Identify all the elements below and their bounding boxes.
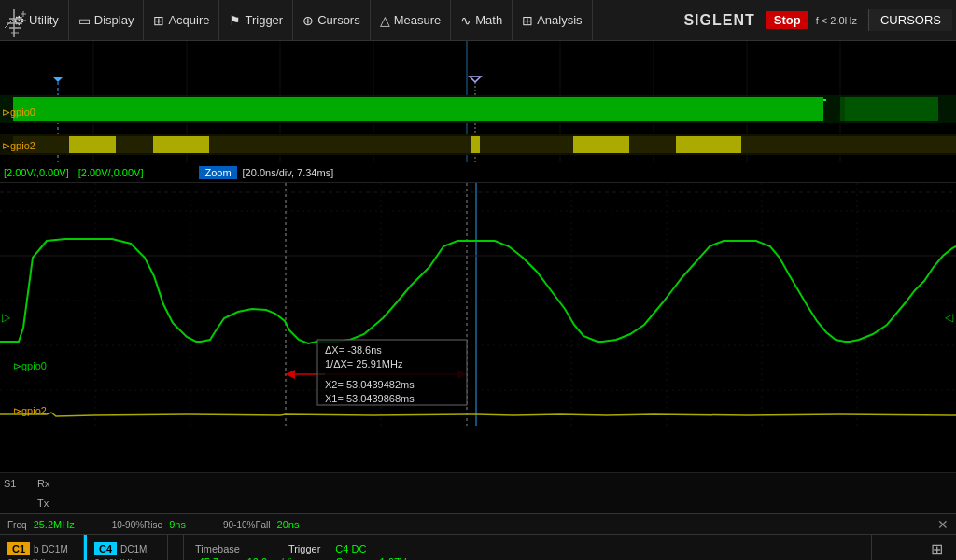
svg-text:◁: ◁ [945,311,954,324]
serial-s1-label: S1 [4,478,37,489]
serial-area: S1 Rx Tx [0,472,956,513]
fall-value: 20ns [277,519,300,530]
trigger-label: Trigger [288,543,320,554]
menu-analysis[interactable]: ⊞ Analysis [513,0,592,40]
analysis-icon: ⊞ [522,13,533,28]
tb-offset: -45.7ms [195,556,232,561]
rise-label: 10-90%Rise [112,520,162,530]
zoom-header: [2.00V/,0.00V] [2.00V/,0.00V] Zoom [20.0… [0,162,956,183]
serial-tx-label: Tx [37,497,71,509]
menu-math[interactable]: ∿ Math [451,0,513,40]
svg-text:⊳gpio2: ⊳gpio2 [2,140,35,151]
freq-display: f < 2.0Hz [808,15,865,26]
timebase-label: Timebase [195,543,240,554]
trigger-state: Stop [336,556,358,561]
menu-cursors[interactable]: ⊕ Cursors [293,0,371,40]
svg-rect-23 [116,136,153,153]
svg-rect-15 [13,97,823,121]
measurement-bar: Freq 25.2MHz 10-90%Rise 9ns 90-10%Fall 2… [0,513,956,534]
fall-label: 90-10%Fall [223,520,271,530]
ch4-coupling: DC1M [120,544,147,554]
ch1-info: C1 b DC1M 2.00V/div -4.93V 10X [0,535,84,560]
ground-symbol [168,535,184,560]
ch4-info: C4 DC1M 2.00V/div 433mV 10X [84,535,168,560]
svg-rect-28 [573,136,629,153]
svg-rect-31 [741,136,956,153]
svg-text:1/ΔX= 25.91MHz: 1/ΔX= 25.91MHz [325,358,403,370]
svg-rect-24 [153,136,209,153]
menu-bar: ⚙ Utility ▭ Display ⊞ Acquire ⚑ Trigger … [0,0,956,41]
svg-text:⊳gpio2: ⊳gpio2 [13,405,47,416]
trigger-ch: C4 DC [335,543,366,554]
svg-rect-18 [845,97,938,121]
brand-logo: SIGLENT [676,12,762,29]
serial-tx-row: Tx [0,494,956,514]
menu-measure[interactable]: △ Measure [371,0,452,40]
freq-label: Freq [7,520,27,530]
display-icon: ▭ [78,13,91,28]
menu-trigger[interactable]: ⚑ Trigger [219,0,293,40]
svg-text:X2= 53.0439482ms: X2= 53.0439482ms [325,379,415,390]
rise-value: 9ns [169,519,186,530]
ch1-badge: C1 [7,542,30,555]
main-waveform: ▷ ◁ ⊳gpio2 ⊳gpio0 ΔX= -38.6ns 1/ΔX= 25.9… [0,183,956,472]
svg-rect-26 [471,136,480,153]
overview-svg: ⊳gpio0 ⊳gpio2 [0,41,956,162]
acquire-icon: ⊞ [153,13,164,28]
svg-rect-27 [480,136,573,153]
svg-rect-29 [629,136,676,153]
svg-rect-17 [840,97,845,121]
zoom-info: [20.0ns/div, 7.34ms] [243,167,334,178]
serial-rx-label: Rx [37,478,71,489]
svg-text:▷: ▷ [2,311,11,324]
trigger-icon: ⚑ [229,13,241,28]
fall-measurement: 90-10%Fall 20ns [223,519,300,530]
svg-rect-25 [209,136,471,153]
ch4-badge: C4 [94,542,117,555]
svg-text:ΔX= -38.6ns: ΔX= -38.6ns [325,344,382,356]
measurement-close-button[interactable]: ✕ [937,517,949,532]
overview-area: ⊳gpio0 ⊳gpio2 [0,41,956,162]
serial-s1-row: S1 Rx [0,473,956,494]
rise-measurement: 10-90%Rise 9ns [112,519,186,530]
menu-acquire[interactable]: ⊞ Acquire [144,0,219,40]
menu-display[interactable]: ▭ Display [69,0,145,40]
scale-left: [2.00V/,0.00V] [4,167,69,178]
cursors-icon: ⊕ [302,13,314,28]
trigger-level: 1.67V [380,556,407,561]
svg-rect-22 [69,136,116,153]
scale-right: [2.00V/,0.00V] [78,167,144,178]
svg-rect-19 [823,99,826,101]
bottom-bar: C1 b DC1M 2.00V/div -4.93V 10X C4 DC1M 2… [0,534,956,560]
svg-text:⊳gpio0: ⊳gpio0 [13,360,47,371]
math-icon: ∿ [460,13,471,28]
grid-icon[interactable]: ⊞ [925,540,949,558]
main-waveform-svg: ▷ ◁ ⊳gpio2 ⊳gpio0 ΔX= -38.6ns 1/ΔX= 25.9… [0,183,956,472]
tb-div: 10.0ms/div [247,556,297,561]
datetime-block: ⊞ 09:15:02 2020/10/20 [872,535,956,560]
freq-value: 25.2MHz [34,519,75,530]
freq-measurement: Freq 25.2MHz [7,519,75,530]
svg-text:⊳gpio0: ⊳gpio0 [2,106,35,118]
ch1-coupling: b DC1M [34,544,68,554]
measure-icon: △ [380,13,390,28]
svg-text:X1= 53.0439868ms: X1= 53.0439868ms [325,393,415,404]
cursors-panel-label[interactable]: CURSORS [868,9,952,31]
svg-rect-34 [0,183,956,472]
svg-rect-30 [676,136,741,153]
timebase-block: Timebase Trigger C4 DC -45.7ms 10.0ms/di… [184,535,872,560]
stop-button[interactable]: Stop [766,11,808,29]
zoom-badge: Zoom [199,166,236,179]
